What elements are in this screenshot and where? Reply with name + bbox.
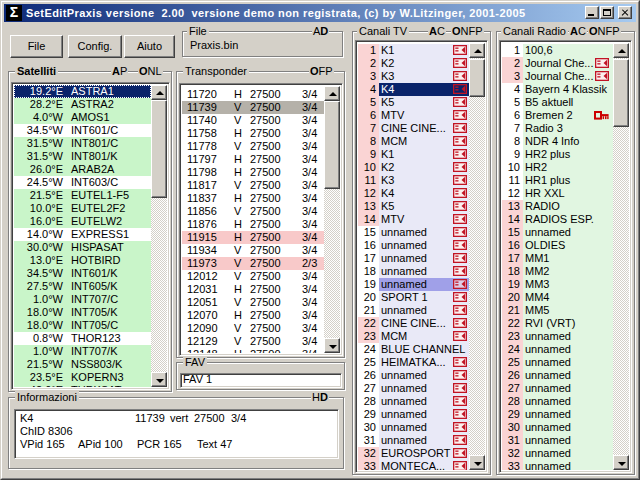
radio-channel-item[interactable]: 31unnamed xyxy=(502,434,613,447)
flag-letter-d[interactable]: D xyxy=(320,25,328,37)
radio-channel-item[interactable]: 11HR1 plus xyxy=(502,174,613,187)
tv-channel-item[interactable]: 15unnamed xyxy=(358,226,469,239)
scroll-down-button[interactable] xyxy=(613,455,629,470)
fav-input[interactable]: FAV 1 xyxy=(180,373,342,388)
scroll-thumb[interactable] xyxy=(613,59,629,127)
radio-channel-item[interactable]: 12HR XXL xyxy=(502,187,613,200)
flag-letter-n[interactable]: N xyxy=(461,25,469,37)
scroll-down-button[interactable] xyxy=(151,372,167,387)
flag-letter-l[interactable]: L xyxy=(156,65,162,77)
flag-letter-p[interactable]: P xyxy=(612,25,619,37)
radio-channel-item[interactable]: 23unnamed xyxy=(502,330,613,343)
radio-channel-item[interactable]: 13RADIO xyxy=(502,200,613,213)
radio-channel-item[interactable]: 5B5 aktuell xyxy=(502,96,613,109)
radio-channel-item[interactable]: 24unnamed xyxy=(502,343,613,356)
close-button[interactable] xyxy=(618,6,632,19)
tv-channel-item[interactable]: 3K3 xyxy=(358,70,469,83)
radio-channel-item[interactable]: 22RVI (VRT) xyxy=(502,317,613,330)
flag-letter-o[interactable]: O xyxy=(452,25,461,37)
transponder-scrollbar[interactable] xyxy=(324,86,340,353)
transponder-item[interactable]: 11915H275003/4 xyxy=(182,231,324,244)
scroll-thumb[interactable] xyxy=(324,101,340,189)
tv-channel-list[interactable]: 1K12K23K34K45K56MTV7CINE CINE...8MCM9K11… xyxy=(355,40,488,473)
transponder-item[interactable]: 11973V275002/3 xyxy=(182,257,324,270)
tv-channel-item[interactable]: 29unnamed xyxy=(358,408,469,421)
radio-channel-item[interactable]: 1100,6 xyxy=(502,44,613,57)
radio-channel-item[interactable]: 9HR2 plus xyxy=(502,148,613,161)
radio-channel-item[interactable]: 21MM5 xyxy=(502,304,613,317)
flag-letter-c[interactable]: C xyxy=(578,25,586,37)
tv-channel-item[interactable]: 12K4 xyxy=(358,187,469,200)
tv-channel-item[interactable]: 19unnamed xyxy=(358,278,469,291)
radio-channel-item[interactable]: 4Bayern 4 Klassik xyxy=(502,83,613,96)
app-logo-icon[interactable]: Σ xyxy=(6,5,22,21)
tv-scrollbar[interactable] xyxy=(469,43,485,470)
tv-channel-item[interactable]: 10K2 xyxy=(358,161,469,174)
satellite-item[interactable]: 21.5°WNSS803/K xyxy=(14,358,151,371)
radio-channel-item[interactable]: 19MM3 xyxy=(502,278,613,291)
tv-channel-item[interactable]: 2K2 xyxy=(358,57,469,70)
transponder-item[interactable]: 12129V275003/4 xyxy=(182,335,324,348)
scroll-down-button[interactable] xyxy=(324,338,340,353)
transponder-item[interactable]: 11778V275003/4 xyxy=(182,140,324,153)
satellite-item[interactable]: 34.5°WINT601/C xyxy=(14,124,151,137)
tv-channel-item[interactable]: 33MONTECA... xyxy=(358,460,469,470)
radio-channel-item[interactable]: 15unnamed xyxy=(502,226,613,239)
radio-channel-item[interactable]: 26unnamed xyxy=(502,369,613,382)
satellite-item[interactable]: 30.0°WHISPASAT xyxy=(14,241,151,254)
radio-channel-item[interactable]: 28unnamed xyxy=(502,395,613,408)
scroll-up-button[interactable] xyxy=(324,86,340,101)
scroll-up-button[interactable] xyxy=(613,43,629,58)
tv-channel-item[interactable]: 6MTV xyxy=(358,109,469,122)
transponder-item[interactable]: 12031H275003/4 xyxy=(182,283,324,296)
radio-channel-item[interactable]: 10HR2 xyxy=(502,161,613,174)
satellite-item[interactable]: 31.5°WINT801/K xyxy=(14,150,151,163)
transponder-item[interactable]: 12148H275003/4 xyxy=(182,348,324,353)
flag-letter-a[interactable]: A xyxy=(429,25,437,37)
radio-channel-item[interactable]: 8NDR 4 Info xyxy=(502,135,613,148)
satellite-item[interactable]: 18.0°WINT705/C xyxy=(14,319,151,332)
scroll-up-button[interactable] xyxy=(151,85,167,100)
radio-scrollbar[interactable] xyxy=(613,43,629,470)
satellite-item[interactable]: 1.0°WINT707/C xyxy=(14,293,151,306)
flag-letter-o[interactable]: O xyxy=(589,25,598,37)
radio-channel-item[interactable]: 14RADIOS ESP. xyxy=(502,213,613,226)
tv-channel-item[interactable]: 20SPORT 1 xyxy=(358,291,469,304)
satellite-item[interactable]: 42.0°ETURKSAT xyxy=(14,384,151,387)
tv-channel-item[interactable]: 18unnamed xyxy=(358,265,469,278)
transponder-list[interactable]: 11720H275003/411739V275003/411740V275003… xyxy=(179,83,343,356)
satellite-item[interactable]: 18.0°WINT705/K xyxy=(14,306,151,319)
radio-channel-item[interactable]: 29unnamed xyxy=(502,408,613,421)
transponder-item[interactable]: 11739V275003/4 xyxy=(182,101,324,114)
flag-letter-o[interactable]: O xyxy=(139,65,148,77)
radio-channel-item[interactable]: 25unnamed xyxy=(502,356,613,369)
tv-channel-item[interactable]: 28unnamed xyxy=(358,395,469,408)
config-menu-button[interactable]: Config. xyxy=(68,35,122,58)
transponder-item[interactable]: 11740V275003/4 xyxy=(182,114,324,127)
file-menu-button[interactable]: File xyxy=(10,35,63,58)
transponder-item[interactable]: 12012V275003/4 xyxy=(182,270,324,283)
radio-channel-item[interactable]: 7Radio 3 xyxy=(502,122,613,135)
flag-letter-a[interactable]: A xyxy=(112,65,120,77)
tv-channel-item[interactable]: 1K1 xyxy=(358,44,469,57)
tv-channel-item[interactable]: 5K5 xyxy=(358,96,469,109)
tv-channel-item[interactable]: 8MCM xyxy=(358,135,469,148)
satellite-item[interactable]: 31.5°WINT801/C xyxy=(14,137,151,150)
satellite-list[interactable]: 19.2°EASTRA128.2°EASTRA24.0°WAMOS134.5°W… xyxy=(11,82,170,390)
tv-channel-item[interactable]: 4K4 xyxy=(358,83,469,96)
transponder-item[interactable]: 12070H275003/4 xyxy=(182,309,324,322)
scroll-thumb[interactable] xyxy=(151,100,167,198)
maximize-button[interactable] xyxy=(600,6,614,19)
radio-channel-item[interactable]: 33unnamed xyxy=(502,460,613,470)
satellite-item[interactable]: 26.0°EARAB2A xyxy=(14,163,151,176)
tv-channel-item[interactable]: 32EUROSPORT xyxy=(358,447,469,460)
transponder-item[interactable]: 11758H275003/4 xyxy=(182,127,324,140)
tv-channel-item[interactable]: 11K3 xyxy=(358,174,469,187)
satellite-item[interactable]: 4.0°WAMOS1 xyxy=(14,111,151,124)
tv-channel-item[interactable]: 21unnamed xyxy=(358,304,469,317)
tv-channel-item[interactable]: 30unnamed xyxy=(358,421,469,434)
radio-channel-item[interactable]: 16OLDIES xyxy=(502,239,613,252)
help-menu-button[interactable]: Aiuto xyxy=(124,35,175,58)
radio-channel-item[interactable]: 6Bremen 2 xyxy=(502,109,613,122)
scroll-up-button[interactable] xyxy=(469,43,485,58)
